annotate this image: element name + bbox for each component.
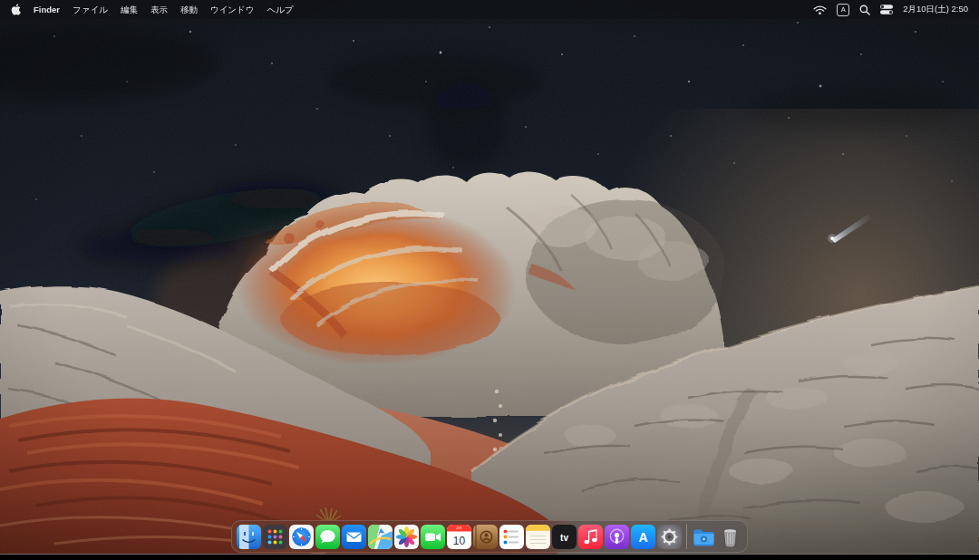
dock-reminders[interactable] — [499, 525, 524, 549]
dock-podcasts[interactable] — [605, 525, 629, 549]
menu-bar-clock[interactable]: 2月10日(土) 2:50 — [903, 4, 968, 15]
dock-safari[interactable] — [289, 525, 314, 549]
dock-settings[interactable] — [657, 525, 682, 549]
dock-tv[interactable]: tv — [552, 525, 577, 549]
dock-facetime[interactable] — [421, 525, 445, 549]
letterbox-bar — [0, 555, 979, 560]
dock-finder[interactable] — [237, 525, 261, 549]
apple-menu-icon[interactable] — [11, 4, 21, 15]
dock-contacts[interactable] — [473, 525, 498, 549]
dock-photos[interactable] — [394, 525, 419, 549]
menu-file[interactable]: ファイル — [73, 0, 108, 19]
menu-help[interactable]: ヘルプ — [267, 0, 294, 19]
input-source-icon[interactable]: A — [837, 4, 849, 16]
menu-edit[interactable]: 編集 — [121, 0, 138, 19]
search-icon[interactable] — [859, 5, 870, 15]
menu-app-finder[interactable]: Finder — [34, 0, 60, 19]
tv-glyph: tv — [560, 533, 568, 543]
calendar-day-label: 10 — [453, 534, 466, 546]
dock-trash[interactable] — [718, 525, 742, 549]
app-store-glyph: A — [638, 529, 647, 544]
dock-messages[interactable] — [315, 525, 340, 549]
dock-calendar[interactable]: 2月 10 — [447, 525, 471, 549]
dock-notes[interactable] — [526, 525, 550, 549]
dock-app-store[interactable]: A — [631, 525, 655, 549]
dock-launchpad[interactable] — [263, 525, 287, 549]
calendar-month-label: 2月 — [456, 526, 462, 530]
control-center-icon[interactable] — [880, 5, 893, 14]
menu-go[interactable]: 移動 — [180, 0, 198, 19]
wifi-icon[interactable] — [813, 5, 827, 15]
menu-window[interactable]: ウインドウ — [210, 0, 255, 19]
dock-downloads-folder[interactable] — [692, 525, 716, 549]
menu-view[interactable]: 表示 — [150, 0, 168, 19]
dock-mail[interactable] — [342, 525, 366, 549]
wallpaper-illustration — [0, 0, 979, 560]
dock: 2月 10 — [231, 520, 748, 553]
menu-bar: Finder ファイル 編集 表示 移動 ウインドウ ヘルプ A — [0, 0, 979, 19]
desktop: Finder ファイル 編集 表示 移動 ウインドウ ヘルプ A — [0, 0, 979, 560]
dock-music[interactable] — [578, 525, 603, 549]
dock-divider — [686, 524, 687, 549]
dock-maps[interactable] — [368, 525, 393, 549]
